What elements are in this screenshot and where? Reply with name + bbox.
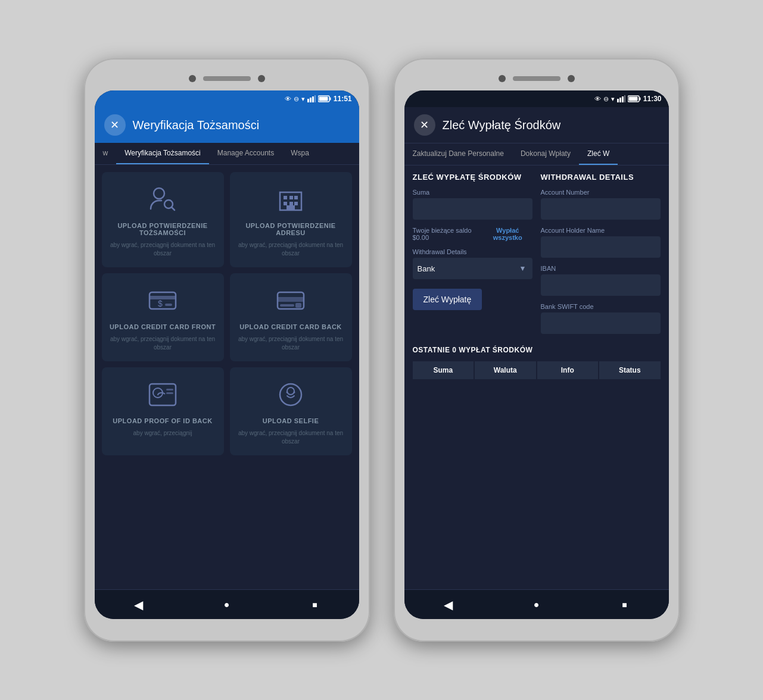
upload-hint-id-back: aby wgrać, przeciągnij [133, 429, 192, 438]
svg-rect-35 [622, 96, 624, 102]
left-section-title: ZLEĆ WYPŁATĘ ŚRODKÓW [413, 173, 532, 182]
home-nav-btn-2[interactable]: ● [525, 593, 549, 617]
svg-point-30 [287, 388, 294, 395]
square-nav-btn-2[interactable]: ■ [613, 593, 637, 617]
svg-rect-20 [165, 304, 172, 306]
withdrawal-content: ZLEĆ WYPŁATĘ ŚRODKÓW Suma Twoje bieżące … [404, 165, 669, 589]
svg-rect-15 [294, 202, 298, 205]
withdrawal-type-select[interactable]: Bank [413, 258, 532, 279]
screen-content-1: UPLOAD POTWIERDZENIE TOŻSAMOŚCI aby wgra… [95, 165, 359, 589]
tab-withdrawal[interactable]: Zleć W [579, 143, 618, 165]
app-header-2: ✕ Zleć Wypłatę Środków [404, 107, 669, 143]
col-left: ZLEĆ WYPŁATĘ ŚRODKÓW Suma Twoje bieżące … [413, 173, 532, 341]
close-button-1[interactable]: ✕ [104, 114, 126, 136]
signal-icon-2 [617, 95, 625, 102]
account-holder-input[interactable] [541, 236, 661, 258]
minus-icon: ⊖ [294, 95, 299, 103]
person-search-icon [145, 182, 180, 217]
phone-screen-1: 👁 ⊖ ▾ 11:51 ✕ Weryfikacja Tożsamości w W… [95, 90, 359, 619]
phone-top-bar-1 [95, 69, 359, 88]
tab-weryfikacja[interactable]: Weryfikacja Tożsamości [116, 143, 209, 164]
col-info: Info [537, 361, 599, 379]
col-right: WITHDRAWAL DETAILS Account Number Accoun… [541, 173, 661, 341]
svg-point-32 [294, 392, 295, 393]
svg-rect-34 [619, 98, 621, 102]
phone-1: 👁 ⊖ ▾ 11:51 ✕ Weryfikacja Tożsamości w W… [84, 58, 370, 642]
upload-label-selfie: UPLOAD SELFIE [263, 417, 319, 424]
right-section-title: WITHDRAWAL DETAILS [541, 173, 661, 182]
upload-label-id-back: UPLOAD PROOF OF ID BACK [113, 417, 212, 424]
camera-dot-3 [499, 75, 506, 82]
tab-bar-2: Zaktualizuj Dane Personalne Dokonaj Wpła… [404, 143, 669, 165]
withdraw-all-button[interactable]: Wypłać wszystko [483, 227, 532, 241]
upload-label-identity: UPLOAD POTWIERDZENIE TOŻSAMOŚCI [107, 222, 219, 236]
history-table-header: Suma Waluta Info Status [413, 361, 661, 379]
square-nav-btn-1[interactable]: ■ [303, 593, 327, 617]
svg-rect-28 [166, 392, 173, 394]
withdrawal-details-dropdown[interactable]: Bank ▼ [413, 258, 532, 279]
svg-rect-22 [278, 297, 304, 302]
app-header-1: ✕ Weryfikacja Tożsamości [95, 107, 359, 143]
upload-hint-cc-back: aby wgrać, przeciągnij dokument na ten o… [235, 335, 347, 352]
status-bar-2: 👁 ⊖ ▾ 11:30 [404, 90, 669, 107]
balance-text: Twoje bieżące saldo $0.00 [413, 227, 484, 241]
upload-card-id-back[interactable]: UPLOAD PROOF OF ID BACK aby wgrać, przec… [102, 367, 224, 455]
upload-hint-selfie: aby wgrać, przeciągnij dokument na ten o… [235, 429, 347, 446]
eye-icon-2: 👁 [594, 95, 601, 102]
phone-screen-2: 👁 ⊖ ▾ 11:30 ✕ Zleć Wypłatę Środków Zaktu… [404, 90, 669, 619]
selfie-icon [273, 377, 309, 412]
upload-card-cc-front[interactable]: $ UPLOAD CREDIT CARD FRONT aby wgrać, pr… [102, 273, 224, 361]
submit-withdrawal-button[interactable]: Zleć Wypłatę [413, 289, 482, 310]
close-button-2[interactable]: ✕ [414, 114, 435, 136]
svg-rect-24 [295, 303, 301, 308]
home-nav-btn-1[interactable]: ● [215, 593, 239, 617]
signal-icon-1 [307, 95, 316, 102]
upload-card-cc-back[interactable]: UPLOAD CREDIT CARD BACK aby wgrać, przec… [230, 273, 352, 361]
upload-card-selfie[interactable]: UPLOAD SELFIE aby wgrać, przeciągnij dok… [230, 367, 352, 455]
withdrawal-details-label: Withdrawal Details [413, 248, 532, 255]
svg-rect-12 [294, 196, 298, 199]
suma-label: Suma [413, 189, 532, 196]
bottom-nav-2: ◀ ● ■ [404, 589, 669, 619]
upload-hint-address: aby wgrać, przeciągnij dokument na ten o… [235, 241, 347, 258]
svg-rect-17 [150, 292, 176, 309]
camera-dot-1 [189, 75, 196, 82]
back-nav-btn-2[interactable]: ◀ [437, 593, 460, 617]
tab-w[interactable]: w [95, 143, 117, 164]
phone-bottom-bar-1 [95, 619, 359, 631]
credit-card-dollar-icon: $ [145, 283, 180, 318]
svg-rect-33 [617, 99, 619, 102]
status-bar-1: 👁 ⊖ ▾ 11:51 [95, 90, 359, 107]
balance-row: Twoje bieżące saldo $0.00 Wypłać wszystk… [413, 227, 532, 241]
account-holder-label: Account Holder Name [541, 227, 661, 234]
swift-input[interactable] [541, 312, 661, 334]
svg-rect-3 [314, 95, 316, 102]
suma-input[interactable] [413, 198, 532, 220]
svg-rect-39 [628, 97, 637, 101]
svg-rect-5 [329, 98, 331, 101]
svg-point-31 [286, 392, 288, 393]
time-display-2: 11:30 [643, 95, 662, 103]
account-number-input[interactable] [541, 198, 661, 220]
back-nav-btn-1[interactable]: ◀ [127, 593, 151, 617]
header-title-1: Weryfikacja Tożsamości [133, 118, 260, 132]
upload-label-address: UPLOAD POTWIERDZENIE ADRESU [235, 222, 347, 236]
svg-rect-27 [166, 389, 173, 390]
tab-deposit[interactable]: Dokonaj Wpłaty [512, 143, 579, 165]
status-icons-2: 👁 ⊖ ▾ 11:30 [594, 95, 662, 103]
battery-icon-2 [628, 95, 641, 102]
tab-update-personal[interactable]: Zaktualizuj Dane Personalne [404, 143, 512, 165]
svg-rect-36 [624, 95, 625, 102]
upload-card-identity[interactable]: UPLOAD POTWIERDZENIE TOŻSAMOŚCI aby wgra… [102, 172, 224, 267]
iban-input[interactable] [541, 274, 661, 296]
account-number-label: Account Number [541, 189, 661, 196]
tab-bar-1: w Weryfikacja Tożsamości Manage Accounts… [95, 143, 359, 165]
tab-wspa[interactable]: Wspa [282, 143, 317, 164]
tab-manage-accounts[interactable]: Manage Accounts [209, 143, 282, 164]
camera-dot-4 [568, 75, 575, 82]
svg-rect-16 [286, 205, 295, 210]
svg-rect-23 [280, 304, 294, 307]
speaker-bar-2 [513, 76, 560, 81]
upload-card-address[interactable]: UPLOAD POTWIERDZENIE ADRESU aby wgrać, p… [230, 172, 352, 267]
phone-top-bar-2 [404, 69, 669, 88]
